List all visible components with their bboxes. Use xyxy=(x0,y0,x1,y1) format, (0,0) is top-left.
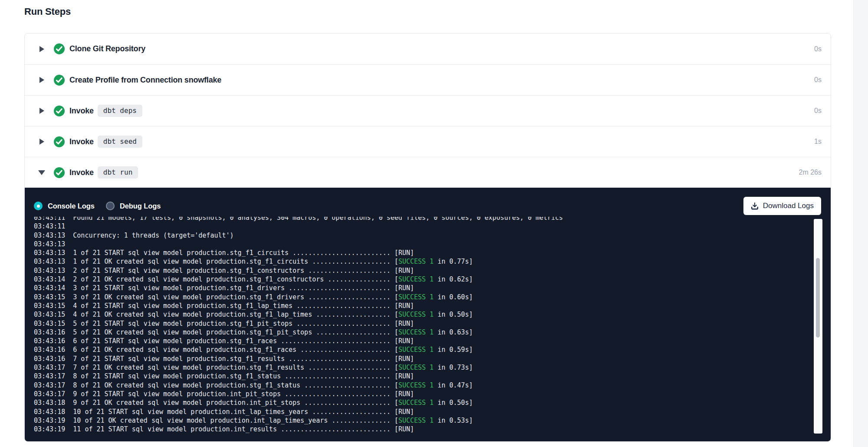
step-duration: 1s xyxy=(814,138,822,146)
radio-console-logs[interactable]: Console Logs xyxy=(34,202,95,210)
expand-step-button[interactable] xyxy=(38,46,46,52)
run-steps-card: Clone Git Repository 0s Create Profile f… xyxy=(24,33,831,442)
log-line: 03:43:19 10 of 21 OK created sql view mo… xyxy=(34,416,831,425)
log-line: 03:43:14 2 of 21 OK created sql view mod… xyxy=(34,275,831,284)
step-duration: 0s xyxy=(814,76,822,84)
log-line: 03:43:15 4 of 21 OK created sql view mod… xyxy=(34,310,831,319)
log-line: 03:43:15 3 of 21 OK created sql view mod… xyxy=(34,293,831,301)
step-duration: 0s xyxy=(814,45,822,53)
log-line: 03:43:17 8 of 21 START sql view model pr… xyxy=(34,372,831,381)
step-label: Clone Git Repository xyxy=(69,44,145,53)
log-line: 03:43:18 9 of 21 OK created sql view mod… xyxy=(34,398,831,407)
log-line: 03:43:18 10 of 21 START sql view model p… xyxy=(34,407,831,416)
log-line: 03:43:16 7 of 21 START sql view model pr… xyxy=(34,354,831,363)
success-check-icon xyxy=(54,43,65,54)
download-logs-label: Download Logs xyxy=(763,202,814,210)
radio-unselected-icon xyxy=(106,202,115,210)
run-steps-page: Run Steps Clone Git Repository 0s Create… xyxy=(0,0,868,447)
step-label: Invoke xyxy=(69,168,94,177)
chevron-right-icon xyxy=(39,139,44,145)
step-row-invoke-dbt-run[interactable]: Invoke dbt run 2m 26s xyxy=(25,157,831,188)
log-line: 03:43:13 Concurrency: 1 threads (target=… xyxy=(34,231,831,240)
radio-debug-logs[interactable]: Debug Logs xyxy=(106,202,161,210)
radio-label: Console Logs xyxy=(48,202,95,210)
collapse-step-button[interactable] xyxy=(38,170,46,175)
expand-step-button[interactable] xyxy=(38,77,46,83)
step-row-invoke-dbt-seed[interactable]: Invoke dbt seed 1s xyxy=(25,126,831,157)
chevron-right-icon xyxy=(39,108,44,114)
log-line: 03:43:16 6 of 21 OK created sql view mod… xyxy=(34,345,831,354)
log-line: 03:43:11 Found 21 models, 17 tests, 0 sn… xyxy=(34,217,831,222)
step-label: Invoke xyxy=(69,137,94,146)
page-title: Run Steps xyxy=(24,6,71,17)
chevron-down-icon xyxy=(38,170,45,175)
log-line: 03:43:15 5 of 21 START sql view model pr… xyxy=(34,319,831,328)
command-badge: dbt run xyxy=(98,166,138,179)
log-line: 03:43:11 xyxy=(34,222,831,231)
radio-label: Debug Logs xyxy=(120,202,161,210)
success-check-icon xyxy=(54,106,65,116)
step-row-clone-git-repository[interactable]: Clone Git Repository 0s xyxy=(25,33,831,64)
log-line: 03:43:13 xyxy=(34,240,831,248)
log-line: 03:43:15 4 of 21 START sql view model pr… xyxy=(34,301,831,310)
log-line: 03:43:17 9 of 21 START sql view model pr… xyxy=(34,390,831,398)
log-line: 03:43:13 1 of 21 START sql view model pr… xyxy=(34,248,831,257)
expand-step-button[interactable] xyxy=(38,139,46,145)
step-duration: 2m 26s xyxy=(799,169,822,176)
download-icon xyxy=(751,202,759,210)
console-log-output[interactable]: 03:43:11 Found 21 models, 17 tests, 0 sn… xyxy=(25,217,831,441)
step-duration: 0s xyxy=(814,107,822,115)
log-line: 03:43:16 6 of 21 START sql view model pr… xyxy=(34,337,831,345)
page-scroll-gutter xyxy=(853,0,868,447)
chevron-right-icon xyxy=(39,46,44,52)
download-logs-button[interactable]: Download Logs xyxy=(743,197,821,215)
log-scrollbar[interactable] xyxy=(814,219,822,434)
step-label: Invoke xyxy=(69,106,94,116)
log-line: 03:43:16 5 of 21 OK created sql view mod… xyxy=(34,328,831,337)
success-check-icon xyxy=(54,167,65,178)
step-row-invoke-dbt-deps[interactable]: Invoke dbt deps 0s xyxy=(25,95,831,126)
success-check-icon xyxy=(54,75,65,86)
console-panel: Console Logs Debug Logs Download Logs 03… xyxy=(25,188,831,441)
log-line: 03:43:19 11 of 21 START sql view model p… xyxy=(34,425,831,434)
step-label: Create Profile from Connection snowflake xyxy=(69,76,221,85)
command-badge: dbt seed xyxy=(98,136,142,148)
chevron-right-icon xyxy=(39,77,44,83)
log-line: 03:43:13 1 of 21 OK created sql view mod… xyxy=(34,257,831,266)
log-line: 03:43:17 7 of 21 OK created sql view mod… xyxy=(34,363,831,372)
success-check-icon xyxy=(54,136,65,147)
step-row-create-profile[interactable]: Create Profile from Connection snowflake… xyxy=(25,64,831,95)
expand-step-button[interactable] xyxy=(38,108,46,114)
log-line: 03:43:13 2 of 21 START sql view model pr… xyxy=(34,266,831,275)
log-line: 03:43:17 8 of 21 OK created sql view mod… xyxy=(34,381,831,390)
command-badge: dbt deps xyxy=(98,105,142,117)
log-line: 03:43:14 3 of 21 START sql view model pr… xyxy=(34,284,831,292)
radio-selected-icon xyxy=(34,202,43,210)
log-scrollbar-thumb[interactable] xyxy=(816,258,820,338)
